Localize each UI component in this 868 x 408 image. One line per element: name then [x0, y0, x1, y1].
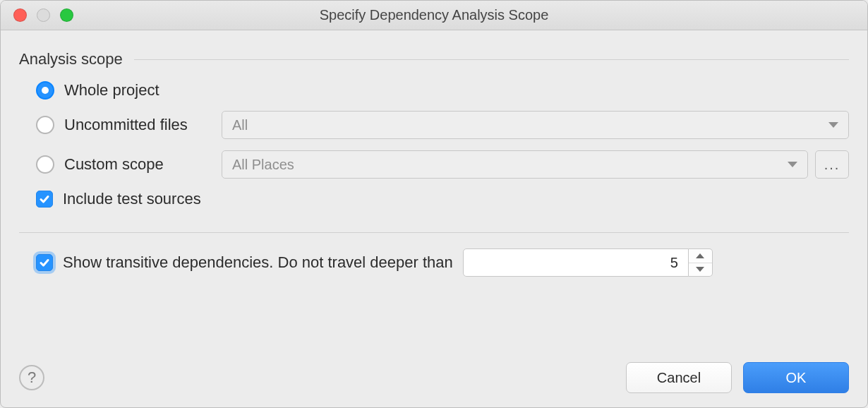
group-separator-line	[134, 59, 849, 60]
cancel-button[interactable]: Cancel	[626, 362, 732, 393]
spinner-buttons	[689, 248, 713, 277]
check-icon	[39, 193, 50, 205]
dialog-footer: ? Cancel OK	[19, 341, 849, 393]
custom-scope-label: Custom scope	[64, 155, 209, 174]
uncommitted-files-combo-value: All	[232, 117, 248, 133]
section-separator	[19, 232, 849, 233]
window-controls	[1, 8, 73, 22]
analysis-scope-label: Analysis scope	[19, 50, 123, 68]
help-icon: ?	[28, 368, 36, 387]
chevron-down-icon	[788, 162, 797, 167]
titlebar: Specify Dependency Analysis Scope	[1, 1, 867, 30]
analysis-scope-group-header: Analysis scope	[19, 50, 849, 68]
custom-scope-radio[interactable]	[36, 155, 54, 174]
help-button[interactable]: ?	[19, 365, 44, 390]
show-transitive-label: Show transitive dependencies. Do not tra…	[63, 253, 453, 272]
uncommitted-files-combo[interactable]: All	[222, 111, 849, 139]
custom-scope-combo-value: All Places	[232, 157, 294, 173]
show-transitive-checkbox[interactable]	[36, 254, 53, 271]
show-transitive-row: Show transitive dependencies. Do not tra…	[19, 248, 849, 277]
chevron-down-icon	[696, 267, 704, 272]
whole-project-label: Whole project	[64, 81, 159, 100]
include-test-sources-label: Include test sources	[63, 190, 201, 208]
check-icon	[39, 257, 50, 268]
whole-project-radio[interactable]	[36, 81, 54, 100]
custom-scope-browse-button[interactable]: ...	[815, 150, 849, 179]
max-depth-input[interactable]	[463, 248, 689, 277]
whole-project-row: Whole project	[19, 81, 849, 100]
include-test-sources-checkbox[interactable]	[36, 191, 53, 208]
dialog-buttons: Cancel OK	[626, 362, 849, 393]
spinner-down-button[interactable]	[689, 263, 712, 277]
zoom-window-button[interactable]	[60, 8, 73, 22]
ok-button[interactable]: OK	[743, 362, 849, 393]
dialog-content: Analysis scope Whole project Uncommitted…	[1, 30, 867, 407]
ellipsis-icon: ...	[824, 157, 840, 173]
uncommitted-files-label: Uncommitted files	[64, 116, 209, 134]
max-depth-spinner	[463, 248, 713, 277]
custom-scope-row: Custom scope All Places ...	[19, 150, 849, 179]
close-window-button[interactable]	[13, 8, 27, 22]
uncommitted-files-radio[interactable]	[36, 116, 54, 134]
dialog-window: Specify Dependency Analysis Scope Analys…	[0, 0, 868, 408]
include-test-sources-row: Include test sources	[19, 190, 849, 208]
chevron-up-icon	[696, 253, 704, 258]
chevron-down-icon	[828, 122, 838, 128]
uncommitted-files-row: Uncommitted files All	[19, 111, 849, 139]
window-title: Specify Dependency Analysis Scope	[1, 7, 867, 23]
custom-scope-combo[interactable]: All Places	[222, 150, 808, 179]
minimize-window-button[interactable]	[37, 8, 50, 22]
spinner-up-button[interactable]	[689, 249, 712, 263]
